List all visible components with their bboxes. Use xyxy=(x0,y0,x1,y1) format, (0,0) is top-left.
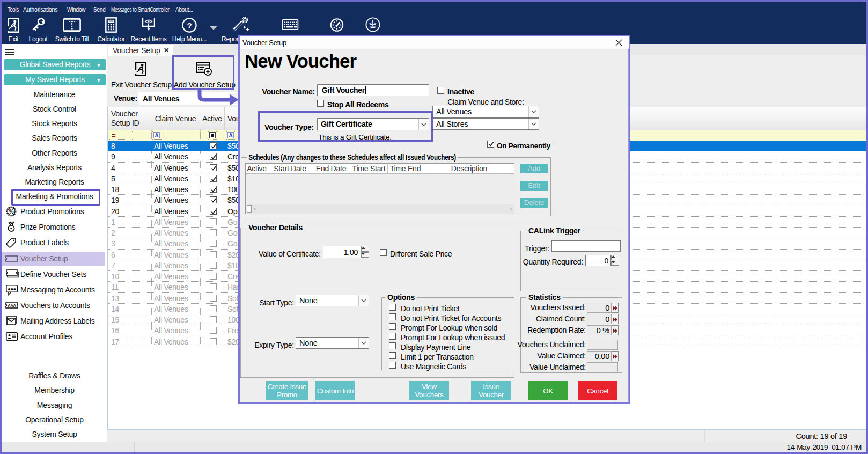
svg-text:AAA: AAA xyxy=(8,303,16,308)
svg-text:?: ? xyxy=(187,21,192,30)
svg-text:%: % xyxy=(9,209,14,215)
svg-text:AAA: AAA xyxy=(8,287,16,291)
